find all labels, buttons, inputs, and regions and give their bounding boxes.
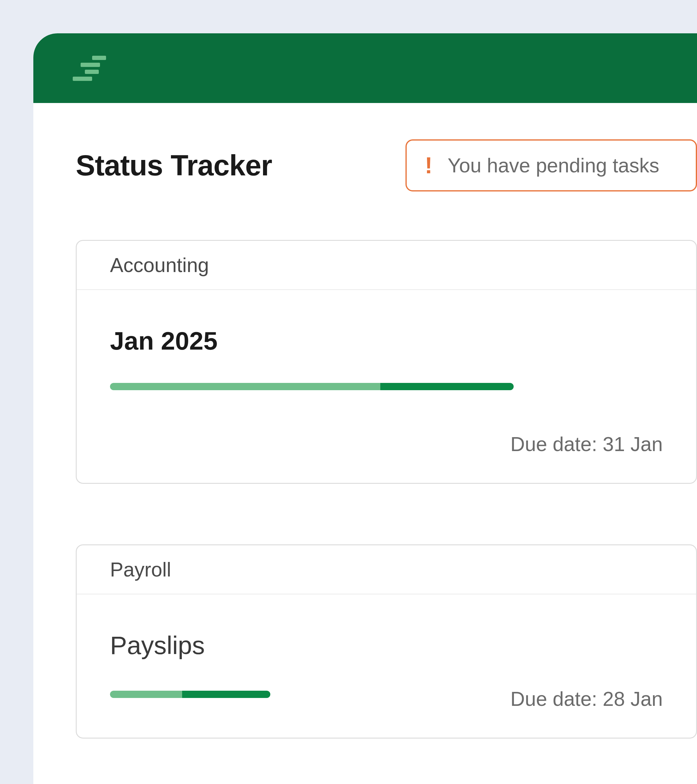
due-date: Due date: 28 Jan bbox=[510, 687, 663, 710]
due-date: Due date: 31 Jan bbox=[510, 433, 663, 456]
title-row: Status Tracker ! You have pending tasks bbox=[76, 139, 697, 191]
card-body: Jan 2025 Due date: 31 Jan bbox=[77, 290, 696, 483]
page-title: Status Tracker bbox=[76, 149, 272, 182]
card-period: Payslips bbox=[110, 631, 663, 660]
alert-text: You have pending tasks bbox=[448, 154, 659, 177]
app-window: Status Tracker ! You have pending tasks … bbox=[33, 33, 697, 784]
pending-tasks-alert[interactable]: ! You have pending tasks bbox=[405, 139, 697, 191]
card-category: Payroll bbox=[77, 545, 696, 595]
main-content: Status Tracker ! You have pending tasks … bbox=[33, 103, 697, 739]
progress-bar bbox=[110, 383, 514, 390]
card-body: Payslips Due date: 28 Jan bbox=[77, 595, 696, 738]
due-row: Due date: 31 Jan bbox=[110, 433, 663, 456]
app-logo-icon[interactable] bbox=[73, 56, 106, 81]
card-period: Jan 2025 bbox=[110, 326, 663, 356]
progress-segment-pending bbox=[110, 383, 380, 390]
app-header bbox=[33, 33, 697, 103]
progress-segment-done bbox=[182, 691, 270, 698]
progress-segment-pending bbox=[110, 691, 182, 698]
exclamation-icon: ! bbox=[425, 154, 432, 177]
status-card-payroll[interactable]: Payroll Payslips Due date: 28 Jan bbox=[76, 544, 697, 739]
status-card-accounting[interactable]: Accounting Jan 2025 Due date: 31 Jan bbox=[76, 240, 697, 484]
progress-segment-done bbox=[380, 383, 513, 390]
progress-bar bbox=[110, 691, 270, 698]
card-category: Accounting bbox=[77, 241, 696, 290]
